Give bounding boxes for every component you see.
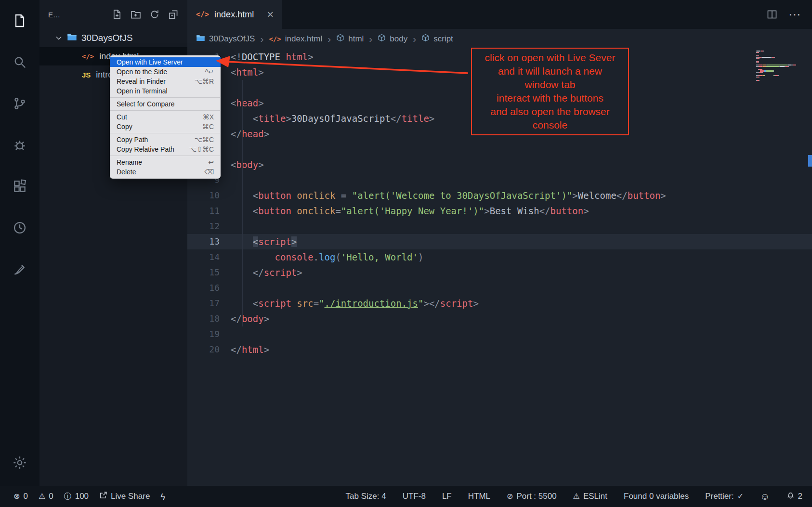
breadcrumb-item-index-html[interactable]: </>index.html (269, 34, 322, 44)
menu-item-open-with-live-server[interactable]: Open with Live Server (110, 57, 221, 67)
line-number: 10 (187, 188, 231, 203)
status-eslint[interactable]: ⚠ESLint (573, 492, 607, 501)
breadcrumb-item-body[interactable]: body (378, 34, 407, 44)
chevron-down-icon (55, 34, 63, 42)
symbol-cube-icon (378, 34, 386, 44)
menu-item-delete[interactable]: Delete⌫ (110, 167, 221, 177)
annotation-line: click on open with Live Sever (485, 51, 616, 65)
breadcrumb-item-html[interactable]: html (336, 34, 364, 44)
context-menu: Open with Live ServerOpen to the Side^↵R… (110, 55, 221, 179)
new-folder-icon[interactable] (131, 9, 141, 20)
close-tab-icon[interactable]: × (267, 9, 274, 20)
smiley-icon: ☺ (760, 492, 770, 501)
line-number: 16 (187, 280, 231, 296)
annotation-line: and it will launch a new (485, 65, 616, 78)
status-tab-size-4[interactable]: Tab Size: 4 (346, 492, 386, 501)
status-lightning-icon[interactable]: ϟ (160, 492, 165, 501)
folder-row-30daysofjs[interactable]: 30DaysOfJS (39, 29, 187, 47)
status-lf[interactable]: LF (442, 492, 452, 501)
annotation-line: window tab (485, 78, 616, 91)
line-number: 15 (187, 265, 231, 280)
menu-item-open-in-terminal[interactable]: Open in Terminal (110, 86, 221, 96)
indent-guide (242, 80, 243, 326)
html-file-icon: </> (82, 52, 94, 60)
refresh-icon[interactable] (149, 9, 160, 20)
code-line-14: 14 console.log('Hello, World') (187, 249, 812, 265)
status-utf-8[interactable]: UTF-8 (403, 492, 426, 501)
js-file-icon: JS (82, 71, 91, 79)
collapse-all-icon[interactable] (168, 9, 179, 20)
error-icon: ⊗ (13, 493, 20, 500)
settings-gear-icon[interactable] (0, 448, 39, 477)
folder-icon (67, 32, 77, 44)
menu-separator (110, 97, 220, 98)
code-line-12: 12 (187, 219, 812, 234)
pen-icon[interactable] (0, 248, 39, 290)
new-file-icon[interactable] (112, 9, 122, 20)
annotation-line: console (485, 118, 616, 132)
status-bar: ⊗0⚠0ⓘ100Live Shareϟ Tab Size: 4UTF-8LFHT… (0, 486, 812, 507)
symbol-cube-icon (336, 34, 344, 44)
line-number: 13 (187, 234, 231, 249)
menu-item-select-for-compare[interactable]: Select for Compare (110, 99, 221, 109)
breadcrumb-separator: › (413, 33, 416, 45)
warning-icon: ⚠ (573, 493, 580, 500)
menu-item-open-to-the-side[interactable]: Open to the Side^↵ (110, 67, 221, 77)
info-icon: ⓘ (64, 493, 72, 500)
menu-item-copy[interactable]: Copy⌘C (110, 122, 221, 131)
code-line-16: 16 (187, 280, 812, 296)
line-number: 19 (187, 326, 231, 342)
annotation-box: click on open with Live Severand it will… (471, 48, 629, 135)
menu-shortcut: ⌥⇧⌘C (189, 145, 214, 153)
tab-bar: </> index.html × ⋯ (187, 0, 812, 29)
menu-separator (110, 156, 220, 156)
overview-ruler-marker (808, 155, 812, 167)
breadcrumb-separator: › (260, 33, 263, 45)
status-smiley-icon[interactable]: ☺ (760, 492, 770, 501)
symbol-cube-icon (421, 34, 430, 44)
breadcrumb: 30DaysOfJS›</>index.html›html›body›scrip… (187, 29, 812, 49)
line-number: 12 (187, 219, 231, 234)
history-icon[interactable] (0, 207, 39, 248)
explorer-header: E… (39, 0, 187, 29)
explorer-icon[interactable] (0, 0, 39, 41)
html-file-icon: </> (269, 35, 281, 43)
menu-item-copy-relative-path[interactable]: Copy Relative Path⌥⇧⌘C (110, 144, 221, 154)
code-line-7: 7 (187, 142, 812, 157)
menu-item-cut[interactable]: Cut⌘X (110, 112, 221, 122)
line-number: 18 (187, 311, 231, 326)
status-found-0-variables[interactable]: Found 0 variables (624, 492, 689, 501)
menu-shortcut: ⌫ (204, 168, 214, 176)
debug-icon[interactable] (0, 124, 39, 166)
breadcrumb-separator: › (327, 33, 331, 45)
code-line-20: 20</html> (187, 342, 812, 357)
status-prettier[interactable]: Prettier:✓ (705, 492, 744, 501)
status-live-share[interactable]: Live Share (99, 491, 150, 502)
status-port-5500[interactable]: ⊘Port : 5500 (507, 492, 557, 501)
breadcrumb-item-30daysofjs[interactable]: 30DaysOfJS (196, 33, 255, 45)
split-editor-icon[interactable] (766, 9, 778, 20)
minimap[interactable] (756, 51, 804, 81)
menu-separator (110, 133, 220, 133)
code-line-17: 17 <script src="./introduction.js"></scr… (187, 296, 812, 311)
status-html[interactable]: HTML (468, 492, 490, 501)
menu-item-copy-path[interactable]: Copy Path⌥⌘C (110, 135, 221, 144)
menu-shortcut: ^↵ (205, 68, 214, 76)
status-0[interactable]: ⊗0 (13, 492, 28, 501)
annotation-line: and also open the browser (485, 105, 616, 118)
menu-item-rename[interactable]: Rename↩ (110, 157, 221, 167)
extensions-icon[interactable] (0, 166, 39, 207)
source-control-icon[interactable] (0, 83, 39, 124)
status-0[interactable]: ⚠0 (39, 492, 53, 501)
search-icon[interactable] (0, 41, 39, 83)
breadcrumb-item-script[interactable]: script (421, 34, 453, 44)
menu-shortcut: ⌘C (202, 123, 214, 130)
code-line-8: 8<body> (187, 157, 812, 172)
live-share-icon (99, 491, 107, 502)
status-2[interactable]: 2 (786, 491, 802, 502)
status-100[interactable]: ⓘ100 (64, 492, 89, 501)
warning-icon: ⚠ (39, 493, 45, 500)
more-actions-icon[interactable]: ⋯ (788, 7, 801, 22)
tab-index-html[interactable]: </> index.html × (187, 0, 282, 29)
menu-item-reveal-in-finder[interactable]: Reveal in Finder⌥⌘R (110, 77, 221, 86)
